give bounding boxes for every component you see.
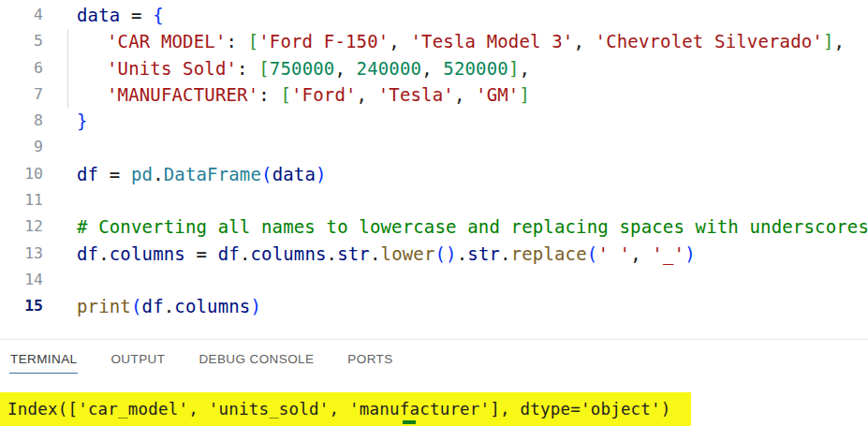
code-text: df.columns = df.columns.str.lower().str.… [77, 241, 696, 267]
code-line[interactable]: 15print(df.columns) [0, 293, 868, 319]
code-text: print(df.columns) [77, 293, 261, 319]
line-number: 14 [0, 267, 43, 293]
code-text: } [77, 108, 88, 134]
code-line[interactable]: 4data = { [0, 2, 868, 28]
line-number: 10 [0, 161, 43, 187]
line-number: 11 [0, 187, 43, 213]
terminal-cursor [403, 420, 416, 425]
terminal-panel[interactable]: Index(['car_model', 'units_sold', 'manuf… [0, 380, 868, 426]
code-line[interactable]: 10df = pd.DataFrame(data) [0, 161, 868, 187]
line-number: 4 [0, 2, 43, 28]
tab-ports[interactable]: PORTS [346, 347, 393, 373]
code-line[interactable]: 11 [0, 187, 868, 213]
code-text: # Converting all names to lowercase and … [77, 213, 868, 240]
terminal-output-line: Index(['car_model', 'units_sold', 'manuf… [0, 392, 691, 426]
tab-output[interactable]: OUTPUT [110, 347, 166, 373]
code-line[interactable]: 9 [0, 134, 868, 160]
line-number: 12 [0, 213, 43, 240]
code-text: df = pd.DataFrame(data) [77, 161, 327, 187]
indent-guide [67, 29, 68, 109]
code-lines: 4data = {5'CAR MODEL': ['Ford F-150', 'T… [0, 0, 868, 320]
code-text: 'CAR MODEL': ['Ford F-150', 'Tesla Model… [77, 28, 845, 54]
code-text: data = { [77, 2, 164, 28]
code-editor[interactable]: 4data = {5'CAR MODEL': ['Ford F-150', 'T… [0, 0, 868, 339]
line-number: 9 [0, 134, 43, 160]
tab-terminal[interactable]: TERMINAL [9, 347, 78, 374]
code-line[interactable]: 6'Units Sold': [750000, 240000, 520000], [0, 55, 868, 81]
tab-debug-console[interactable]: DEBUG CONSOLE [198, 347, 315, 373]
code-line[interactable]: 14 [0, 267, 868, 293]
line-number: 7 [0, 81, 43, 108]
line-number: 13 [0, 241, 43, 267]
code-line[interactable]: 13df.columns = df.columns.str.lower().st… [0, 241, 868, 267]
code-line[interactable]: 8} [0, 108, 868, 134]
code-text: 'Units Sold': [750000, 240000, 520000], [77, 55, 530, 81]
code-line[interactable]: 7'MANUFACTURER': ['Ford', 'Tesla', 'GM'] [0, 81, 868, 108]
panel-tabs: TERMINALOUTPUTDEBUG CONSOLEPORTS [0, 340, 868, 380]
line-number: 5 [0, 28, 43, 54]
line-number: 15 [0, 293, 43, 319]
code-line[interactable]: 5'CAR MODEL': ['Ford F-150', 'Tesla Mode… [0, 28, 868, 54]
code-line[interactable]: 12# Converting all names to lowercase an… [0, 213, 868, 240]
line-number: 8 [0, 108, 43, 134]
line-number: 6 [0, 55, 43, 81]
code-text: 'MANUFACTURER': ['Ford', 'Tesla', 'GM'] [77, 81, 530, 108]
